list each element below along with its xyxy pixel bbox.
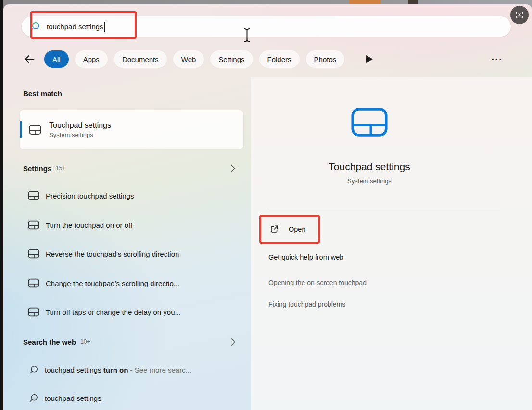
result-title: Touchpad settings [49,121,111,130]
text-caret [104,22,105,32]
search-icon [30,21,40,32]
tab-settings[interactable]: Settings [210,50,253,68]
magnifier-icon [29,365,38,374]
ibeam-cursor [242,27,252,43]
result-label: Precision touchpad settings [46,192,134,200]
screen-capture-button[interactable] [510,6,529,24]
expand-web-button[interactable] [231,338,235,346]
preview-panel: Touchpad settings System settings Open G… [251,77,532,410]
chevron-right-icon [231,165,235,172]
help-link[interactable]: Fixing touchpad problems [268,300,345,308]
section-count: 10+ [80,338,90,345]
filter-tabs: All Apps Documents Web Settings Folders … [22,50,509,68]
divider [267,208,500,208]
section-title: Settings [23,164,51,173]
preview-subtitle: System settings [251,177,488,185]
web-suggestion[interactable]: touchpad settings [20,387,246,409]
search-input[interactable]: touchpad settings [22,16,511,37]
web-suggestion[interactable]: touchpad settings turn on - See more sea… [20,359,246,381]
touchpad-icon [28,307,39,317]
settings-result[interactable]: Precision touchpad settings [20,185,246,207]
result-label: Change the touchpad’s scrolling directio… [46,279,179,287]
suggestion-label: touchpad settings [45,394,101,402]
section-count: 15+ [56,165,65,172]
desktop-wallpaper-sliver [349,0,381,4]
best-match-result[interactable]: Touchpad settings System settings [20,110,243,149]
tab-folders[interactable]: Folders [259,50,300,68]
windows-search-window: touchpad settings All Apps Documents Web… [3,4,532,410]
touchpad-icon [28,220,39,230]
open-button[interactable]: Open [269,220,305,239]
expand-settings-button[interactable] [231,165,235,172]
chevron-right-icon [231,338,235,346]
preview-title: Touchpad settings [251,161,488,173]
settings-section-header: Settings 15+ [23,163,235,173]
section-title: Search the web [23,338,76,346]
tab-documents[interactable]: Documents [114,50,167,68]
settings-result[interactable]: Change the touchpad’s scrolling directio… [20,272,246,294]
desktop-wallpaper-sliver [408,0,418,4]
result-subtitle: System settings [49,131,111,138]
tab-web[interactable]: Web [173,50,204,68]
touchpad-icon [28,278,39,288]
screen: touchpad settings All Apps Documents Web… [0,0,532,410]
touchpad-preview-icon [351,106,388,138]
touchpad-icon [28,191,39,200]
selection-indicator [20,121,22,138]
screen-capture-icon [514,10,525,20]
back-arrow-icon [24,53,35,65]
more-tabs-icon[interactable] [366,55,373,63]
desktop-left-edge [0,0,3,410]
tab-all[interactable]: All [44,50,69,68]
best-match-header: Best match [23,89,62,98]
tab-apps[interactable]: Apps [75,50,108,68]
settings-result[interactable]: Turn off taps or change the delay on you… [20,301,246,323]
help-link[interactable]: Opening the on-screen touchpad [268,279,367,286]
result-label: Turn off taps or change the delay on you… [46,308,181,316]
touchpad-icon [28,249,39,259]
back-button[interactable] [22,51,37,67]
settings-result[interactable]: Turn the touchpad on or off [20,214,246,236]
tab-photos[interactable]: Photos [306,50,345,68]
magnifier-icon [29,393,38,403]
external-link-icon [269,224,279,234]
web-section-header: Search the web 10+ [23,337,235,347]
result-label: Reverse the touchpad’s scrolling directi… [46,250,179,258]
touchpad-icon [29,124,41,135]
search-query-text: touchpad settings [47,23,103,31]
more-options-button[interactable]: ••• [492,56,503,62]
result-label: Turn the touchpad on or off [46,221,132,229]
quick-help-label: Get quick help from web [268,253,343,261]
suggestion-label: touchpad settings turn on - See more sea… [45,366,191,374]
settings-result[interactable]: Reverse the touchpad’s scrolling directi… [20,243,246,265]
open-label: Open [289,225,305,233]
